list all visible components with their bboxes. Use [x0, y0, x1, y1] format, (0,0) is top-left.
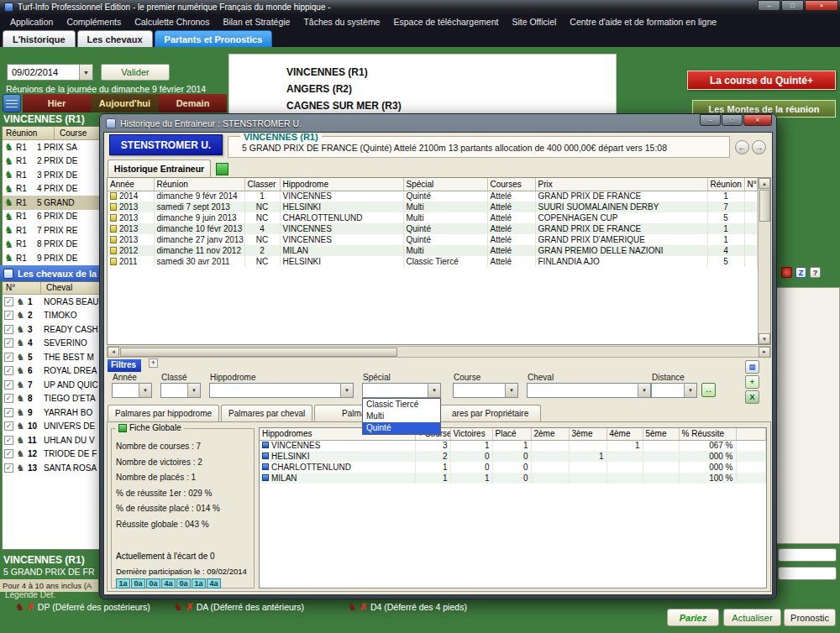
tab-palmares-cheval[interactable]: Palmares par cheval — [221, 405, 312, 421]
checkbox-checked-icon[interactable]: ✓ — [4, 297, 13, 306]
close-icon[interactable]: × — [805, 0, 838, 11]
col-annee[interactable]: Année — [108, 178, 154, 191]
help-icon[interactable]: ? — [810, 267, 821, 278]
filter-special-select[interactable]: ▼ — [362, 383, 441, 398]
col-hippodrome[interactable]: Hippodrome — [280, 178, 403, 191]
dropdown-option-multi[interactable]: Multi — [363, 411, 440, 422]
history-row[interactable]: 2014 dimanche 9 févr 2014 1 VINCENNES Qu… — [108, 191, 758, 201]
tab-palmares-hippodrome[interactable]: Palmares par hippodrome — [108, 405, 219, 421]
col-5eme[interactable]: 5ème — [643, 428, 679, 440]
col-place[interactable]: Placé — [492, 428, 531, 440]
nav-demain[interactable]: Demain — [159, 98, 227, 108]
scroll-up-icon[interactable]: ▲ — [759, 178, 770, 189]
col-prix[interactable]: Prix — [535, 178, 707, 191]
meeting-item[interactable]: ANGERS (R2) — [286, 81, 616, 97]
add-icon[interactable]: + — [745, 375, 759, 389]
menu-item[interactable]: Bilan et Stratégie — [216, 14, 297, 29]
tab-historique-entraineur[interactable]: Historique Entraineur — [108, 160, 211, 177]
checkbox-checked-icon[interactable]: ✓ — [4, 366, 13, 375]
filter-classe-select[interactable]: ▼ — [160, 383, 201, 398]
col-classer[interactable]: Classer — [244, 178, 280, 191]
chevron-down-icon[interactable]: ▼ — [139, 384, 151, 397]
menu-item[interactable]: Centre d'aide et de formation en ligne — [563, 14, 723, 29]
menu-item[interactable]: Calculette Chronos — [128, 14, 216, 29]
filter-course-select[interactable]: ▼ — [453, 383, 518, 398]
menu-item[interactable]: Compléments — [60, 14, 128, 29]
pariez-button[interactable]: Pariez — [667, 609, 719, 626]
nav-hier[interactable]: Hier — [23, 98, 91, 108]
scroll-right-icon[interactable]: ► — [759, 347, 770, 358]
vertical-scrollbar[interactable]: ▲ ▼ — [758, 178, 770, 344]
filter-hippodrome-select[interactable]: ▼ — [209, 383, 354, 398]
dialog-titlebar[interactable]: Historique du Entraineur : STENSTROMER U… — [103, 114, 773, 132]
history-row[interactable]: 2013 dimanche 27 janv 2013 NC VINCENNES … — [108, 234, 758, 245]
col-reunion[interactable]: Réunion — [154, 178, 244, 191]
menu-item[interactable]: Site Officiel — [505, 14, 563, 29]
stats-row[interactable]: CHARLOTTENLUND 1 0 0 000 % — [260, 462, 766, 473]
col-reunion-num[interactable]: Réunion — [707, 178, 744, 191]
history-row[interactable]: 2013 dimanche 9 juin 2013 NC CHARLOTTENL… — [108, 212, 758, 223]
checkbox-checked-icon[interactable]: ✓ — [4, 449, 13, 458]
history-row[interactable]: 2013 samedi 7 sept 2013 NC HELSINKI Mult… — [108, 201, 758, 212]
previous-arrow-icon[interactable]: ← — [735, 140, 749, 154]
col-4eme[interactable]: 4ème — [606, 428, 643, 440]
expand-filters-icon[interactable]: + — [149, 358, 158, 368]
scroll-left-icon[interactable]: ◄ — [108, 347, 119, 358]
checkbox-checked-icon[interactable]: ✓ — [4, 353, 13, 362]
checkbox-checked-icon[interactable]: ✓ — [4, 394, 13, 403]
scrollbar-thumb[interactable] — [759, 190, 770, 222]
filter-distance-select[interactable]: ▼ — [651, 383, 697, 398]
history-row[interactable]: 2012 dimanche 11 nov 2012 2 MILAN Multi … — [108, 245, 758, 256]
checkbox-checked-icon[interactable]: ✓ — [4, 338, 13, 348]
next-arrow-icon[interactable]: → — [752, 140, 766, 154]
minimize-icon[interactable]: – — [700, 114, 721, 126]
calendar-icon[interactable] — [3, 94, 21, 112]
horizontal-scrollbar[interactable]: ◄ ► — [107, 346, 771, 358]
copy-grid-icon[interactable]: ▦ — [745, 360, 759, 374]
chevron-down-icon[interactable]: ▼ — [187, 384, 200, 397]
chevron-down-icon[interactable]: ▼ — [638, 384, 650, 397]
col-reussite[interactable]: % Réussite — [679, 428, 736, 440]
dropdown-option-classic-tierce[interactable]: Classic Tiercé — [363, 399, 440, 411]
dropdown-option-quinte[interactable]: Quinté — [363, 422, 440, 434]
close-icon[interactable]: × — [743, 114, 772, 126]
checkbox-checked-icon[interactable]: ✓ — [4, 421, 13, 431]
checkbox-checked-icon[interactable]: ✓ — [4, 463, 13, 473]
chevron-down-icon[interactable]: ▼ — [340, 384, 353, 397]
menu-item[interactable]: Application — [3, 14, 60, 29]
meeting-item[interactable]: VINCENNES (R1) — [286, 64, 616, 81]
quinte-plus-button[interactable]: La course du Quinté+ — [687, 71, 836, 90]
filter-cheval-select[interactable]: ▼ — [527, 383, 651, 398]
meeting-item[interactable]: CAGNES SUR MER (R3) — [286, 97, 616, 114]
menu-item[interactable]: Tâches du système — [297, 14, 386, 29]
col-2eme[interactable]: 2ème — [531, 428, 569, 440]
stats-row[interactable]: HELSINKI 2 0 0 1 000 % — [260, 451, 766, 462]
checkbox-checked-icon[interactable]: ✓ — [4, 325, 13, 334]
history-row[interactable]: 2011 samedi 30 avr 2011 NC HELSINKI Clas… — [108, 256, 758, 267]
nav-aujourdhui[interactable]: Aujourd'hui — [91, 94, 159, 112]
checkbox-checked-icon[interactable]: ✓ — [4, 311, 13, 320]
chevron-down-icon[interactable]: ▼ — [684, 384, 696, 397]
maximize-icon[interactable]: □ — [722, 114, 743, 126]
valider-button[interactable]: Valider — [101, 64, 170, 81]
chevron-down-icon[interactable]: ▼ — [505, 384, 517, 397]
tab-les-chevaux[interactable]: Les chevaux — [77, 30, 153, 47]
tab-historique[interactable]: L'historique — [3, 30, 76, 47]
menu-item[interactable]: Espace de téléchargement — [386, 14, 505, 29]
stats-row[interactable]: MILAN 1 1 0 100 % — [260, 473, 766, 484]
history-row[interactable]: 2013 dimanche 10 févr 2013 4 VINCENNES Q… — [108, 223, 758, 234]
chevron-down-icon[interactable]: ▼ — [79, 65, 92, 80]
col-3eme[interactable]: 3ème — [569, 428, 606, 440]
maximize-icon[interactable]: □ — [781, 0, 804, 11]
status-green-icon[interactable] — [216, 163, 228, 175]
checkbox-checked-icon[interactable]: ✓ — [4, 380, 13, 390]
stake-field[interactable] — [778, 567, 837, 580]
scrollbar-thumb[interactable] — [120, 348, 397, 357]
record-icon[interactable] — [781, 267, 792, 278]
pronostic-button[interactable]: Pronostic — [784, 609, 836, 626]
filter-annee-select[interactable]: ▼ — [112, 383, 152, 398]
scroll-down-icon[interactable]: ▼ — [759, 333, 770, 344]
chevron-down-icon[interactable]: ▼ — [428, 384, 440, 397]
tab-partants-pronostics[interactable]: Partants et Pronostics — [155, 30, 273, 47]
date-select[interactable]: 09/02/2014 ▼ — [7, 64, 93, 81]
